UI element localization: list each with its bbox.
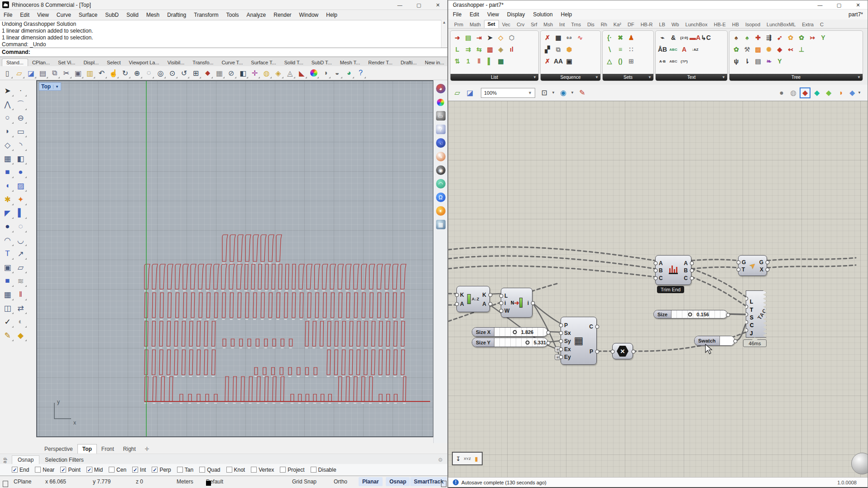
- component-icon[interactable]: ✿: [731, 44, 742, 55]
- properties-icon[interactable]: ◕: [436, 84, 446, 93]
- osnap-checkbox-end[interactable]: ✓End: [12, 467, 29, 473]
- gh-tab-isopod[interactable]: Isopod: [742, 21, 763, 28]
- component-icon[interactable]: ⊞: [626, 56, 637, 67]
- sphere-a-icon[interactable]: ◑: [320, 68, 331, 79]
- component-icon[interactable]: ▞: [542, 44, 553, 55]
- component-icon[interactable]: ↣: [807, 32, 818, 43]
- gh-component-icon-mode[interactable]: ✕: [612, 343, 633, 359]
- new-file-icon[interactable]: ▯: [2, 68, 13, 79]
- toolbar-tab[interactable]: Viewport La...: [125, 59, 163, 66]
- menu-item-view[interactable]: View: [37, 12, 49, 18]
- component-icon[interactable]: ❧: [763, 56, 774, 67]
- component-icon[interactable]: ABC: [668, 56, 679, 67]
- menu-item-file[interactable]: File: [453, 11, 461, 18]
- component-icon[interactable]: ▣: [564, 56, 575, 67]
- gh-canvas[interactable]: ↧XYZ▮ KAKAA↓ZLiWiN➜PSxSyEx✳Ey✳CP▦ABCABCT…: [448, 101, 868, 477]
- xyz-axes-icon[interactable]: XYZ: [463, 454, 472, 464]
- palette-icon[interactable]: ▨: [14, 179, 27, 193]
- component-icon[interactable]: ⇥: [474, 32, 484, 43]
- swatch-colour-field[interactable]: [720, 336, 734, 345]
- chevron-down-icon[interactable]: ▼: [53, 85, 59, 89]
- gh-component-list-item[interactable]: LiWiN➜: [501, 288, 532, 318]
- toolbar-tab[interactable]: Visibil...: [163, 59, 189, 66]
- cut-icon[interactable]: ✂: [61, 68, 72, 79]
- component-icon[interactable]: ➜: [452, 32, 463, 43]
- close-button[interactable]: ✕: [849, 0, 868, 10]
- ribbon-group-label[interactable]: Sequence▼: [541, 74, 600, 81]
- component-icon[interactable]: ⇉: [463, 44, 474, 55]
- viewport-tab-perspective[interactable]: Perspective: [40, 445, 77, 454]
- menu-item-transform[interactable]: Transform: [194, 12, 218, 18]
- menu-item-mesh[interactable]: Mesh: [146, 12, 159, 18]
- input-port-i[interactable]: [499, 301, 504, 305]
- maximize-button[interactable]: ▢: [409, 0, 428, 10]
- component-icon[interactable]: ⊥: [796, 44, 807, 55]
- toolbar-tab[interactable]: CPlan...: [28, 59, 54, 66]
- palette-icon[interactable]: ≋: [14, 274, 27, 288]
- earth-icon[interactable]: ◕: [343, 68, 355, 79]
- gh-tab-lunchbox[interactable]: LunchBox: [682, 21, 711, 28]
- help-panel-icon[interactable]: ?: [436, 125, 446, 134]
- menu-item-edit[interactable]: Edit: [470, 11, 479, 18]
- gem-orange-icon[interactable]: ◑: [835, 87, 846, 98]
- input-port-A[interactable]: [654, 261, 658, 265]
- palette-icon[interactable]: ⌒: [14, 97, 27, 111]
- component-icon[interactable]: 1: [463, 56, 474, 67]
- viewport-tab-front[interactable]: Front: [97, 445, 119, 454]
- component-icon[interactable]: ◇: [495, 32, 506, 43]
- gem-green-icon[interactable]: ◆: [823, 87, 834, 98]
- palette-icon[interactable]: ▱: [14, 261, 27, 274]
- checkbox-box[interactable]: [199, 467, 205, 473]
- paint-brush-icon[interactable]: ✎: [577, 87, 588, 98]
- slider-knob[interactable]: [688, 312, 692, 316]
- component-icon[interactable]: A·B: [657, 56, 668, 67]
- gh-tab-hb-r[interactable]: HB-R: [638, 21, 656, 28]
- palette-icon[interactable]: ◌: [14, 220, 27, 233]
- toolbar-tab[interactable]: Solid T...: [280, 59, 307, 66]
- input-port-P[interactable]: [559, 323, 563, 327]
- output-port-P[interactable]: [595, 350, 599, 354]
- palette-icon[interactable]: ◗: [1, 125, 14, 138]
- gh-tab-srf[interactable]: Srf: [528, 21, 540, 28]
- gh-tab-lunchboxml[interactable]: LunchBoxML: [763, 21, 799, 28]
- undo-icon[interactable]: ↶: [96, 68, 107, 79]
- component-icon[interactable]: ⚒: [742, 44, 753, 55]
- gh-title-bar[interactable]: Grasshopper - part7* — ▢ ✕: [448, 0, 868, 10]
- gh-component-rectangular-grid[interactable]: PSxSyEx✳Ey✳CP▦: [561, 317, 597, 365]
- output-port-B[interactable]: [690, 269, 694, 273]
- toolbar-tab[interactable]: Render T...: [364, 59, 397, 66]
- gumball-icon[interactable]: ✛: [249, 68, 260, 79]
- output-port-G[interactable]: [766, 261, 770, 265]
- color-wheel-icon[interactable]: [308, 68, 319, 79]
- palette-icon[interactable]: ↗: [14, 247, 27, 261]
- component-icon[interactable]: AA: [553, 56, 564, 67]
- component-icon[interactable]: ABC: [668, 44, 679, 55]
- vray-icon[interactable]: ◣: [296, 68, 307, 79]
- web-browser-icon[interactable]: ☜: [436, 138, 446, 148]
- component-icon[interactable]: {2:0}: [679, 32, 690, 43]
- gh-component-move[interactable]: GTGX➤: [738, 255, 767, 276]
- add-viewport-icon[interactable]: ✛: [140, 445, 154, 454]
- menu-item-edit[interactable]: Edit: [20, 12, 29, 18]
- input-port-B[interactable]: [654, 269, 658, 273]
- component-icon[interactable]: ÅB: [657, 44, 668, 55]
- number-slider-size[interactable]: Size0.156: [653, 310, 728, 319]
- toolbar-tab[interactable]: Displ...: [79, 59, 103, 66]
- display-icon[interactable]: ▭: [436, 111, 446, 121]
- input-port-A[interactable]: [455, 302, 459, 306]
- document-selector[interactable]: part7*: [849, 11, 863, 18]
- filter-tab[interactable]: Osnap: [12, 455, 39, 464]
- minimize-button[interactable]: —: [810, 0, 830, 10]
- toolbar-tab[interactable]: SubD T...: [307, 59, 336, 66]
- output-port-C[interactable]: [595, 325, 599, 329]
- save-icon[interactable]: ◪: [465, 87, 475, 98]
- component-icon[interactable]: ◈: [495, 44, 506, 55]
- checkbox-box[interactable]: ✓: [12, 467, 18, 473]
- component-icon[interactable]: ψ: [731, 56, 742, 67]
- sphere-b-icon[interactable]: ◒: [331, 68, 343, 79]
- output-port[interactable]: [734, 339, 738, 343]
- pan-icon[interactable]: ☝: [108, 68, 119, 79]
- component-icon[interactable]: ∿: [575, 32, 585, 43]
- menu-item-subd[interactable]: SubD: [105, 12, 119, 18]
- status-y[interactable]: y 7.779: [93, 478, 110, 485]
